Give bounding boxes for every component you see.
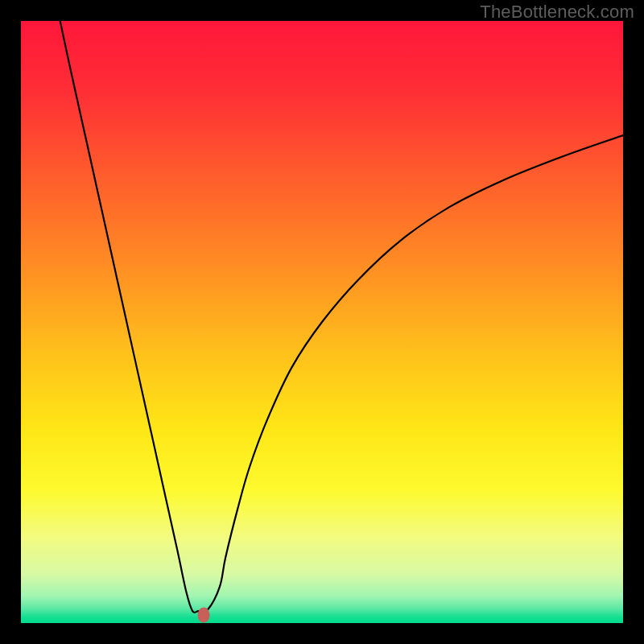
watermark-text: TheBottleneck.com [480, 2, 634, 23]
chart-frame: TheBottleneck.com [0, 0, 644, 644]
optimal-point-marker [197, 607, 209, 622]
bottleneck-curve [21, 21, 623, 623]
plot-area [21, 21, 623, 623]
